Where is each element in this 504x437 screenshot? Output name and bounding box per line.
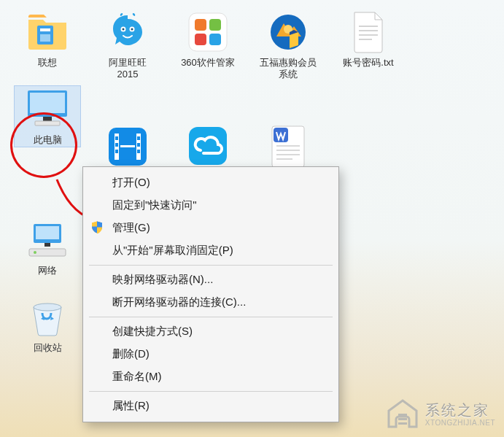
menu-item-properties[interactable]: 属性(R) <box>83 395 338 417</box>
video-app-icon <box>104 123 151 170</box>
svg-rect-8 <box>36 226 59 239</box>
svg-point-11 <box>34 251 36 254</box>
menu-separator <box>89 265 333 266</box>
svg-rect-26 <box>137 150 140 153</box>
svg-rect-47 <box>398 414 407 416</box>
menu-item-unpin-start[interactable]: 从"开始"屏幕取消固定(P) <box>83 239 338 262</box>
360-software-manager-icon <box>185 9 231 55</box>
svg-rect-4 <box>30 93 65 113</box>
shortcut-label: 网络 <box>38 265 57 276</box>
shortcut-network[interactable]: 网络 <box>15 217 80 276</box>
wufu-member-icon <box>265 9 311 55</box>
svg-rect-37 <box>276 145 300 147</box>
shortcut-password-txt[interactable]: 账号密码.txt <box>336 9 401 69</box>
svg-rect-27 <box>120 145 135 147</box>
text-file-icon <box>345 9 392 55</box>
desktop-col-4: 账号密码.txt <box>336 9 401 354</box>
shortcut-label: 联想 <box>38 57 57 69</box>
watermark-title: 系统之家 <box>425 401 495 420</box>
shield-icon <box>90 220 104 236</box>
menu-item-rename[interactable]: 重命名(M) <box>83 366 338 388</box>
svg-rect-40 <box>276 158 292 160</box>
recycle-bin-icon <box>24 294 71 341</box>
network-icon <box>24 217 71 263</box>
svg-rect-42 <box>359 26 378 27</box>
shortcut-label: 阿里旺旺 2015 <box>109 57 147 81</box>
svg-point-12 <box>34 303 61 311</box>
watermark-text: 系统之家 XTONGZHIJIA.NET <box>425 401 495 427</box>
wps-doc-icon <box>265 123 311 170</box>
svg-rect-39 <box>276 154 300 155</box>
svg-rect-29 <box>195 19 206 31</box>
svg-point-15 <box>123 28 125 31</box>
context-menu: 打开(O) 固定到"快速访问" 管理(G) 从"开始"屏幕取消固定(P) 映射网… <box>82 166 339 422</box>
aliwangwang-icon <box>104 9 151 55</box>
watermark: 系统之家 XTONGZHIJIA.NET <box>386 398 495 430</box>
shortcut-label: 360软件管家 <box>181 57 235 69</box>
svg-rect-28 <box>189 13 227 51</box>
menu-item-map-drive[interactable]: 映射网络驱动器(N)... <box>83 268 338 291</box>
svg-rect-46 <box>398 418 407 420</box>
this-pc-icon <box>24 86 71 133</box>
shortcut-label: 账号密码.txt <box>343 57 393 69</box>
svg-rect-30 <box>209 19 221 31</box>
svg-rect-25 <box>137 143 140 147</box>
shortcut-video-app[interactable] <box>95 123 160 170</box>
svg-rect-6 <box>35 121 60 125</box>
menu-item-open[interactable]: 打开(O) <box>83 171 338 194</box>
svg-rect-48 <box>398 422 407 425</box>
svg-rect-24 <box>137 136 140 140</box>
svg-rect-31 <box>195 34 206 45</box>
svg-rect-38 <box>276 150 300 151</box>
shortcut-label: 此电脑 <box>34 134 62 146</box>
menu-item-label: 管理(G) <box>112 221 150 233</box>
svg-rect-45 <box>359 39 372 40</box>
svg-rect-9 <box>44 243 50 247</box>
shortcut-wps-doc[interactable] <box>255 123 321 170</box>
menu-item-pin-quick-access[interactable]: 固定到"快速访问" <box>83 194 338 217</box>
svg-rect-21 <box>115 136 118 140</box>
watermark-url: XTONGZHIJIA.NET <box>425 419 495 427</box>
shortcut-label: 五福惠购会员 系统 <box>260 57 317 81</box>
desktop-col-0: 联想 此电脑 <box>15 9 80 354</box>
menu-item-delete[interactable]: 删除(D) <box>83 343 338 366</box>
svg-rect-5 <box>43 117 52 121</box>
shortcut-label: 回收站 <box>34 342 62 354</box>
menu-item-create-shortcut[interactable]: 创建快捷方式(S) <box>83 320 338 343</box>
svg-rect-43 <box>359 30 378 31</box>
menu-separator <box>89 391 333 392</box>
svg-rect-22 <box>115 143 118 147</box>
shortcut-recycle-bin[interactable]: 回收站 <box>15 294 80 354</box>
svg-rect-23 <box>115 150 118 153</box>
shortcut-wufu-member[interactable]: 五福惠购会员 系统 <box>255 9 321 81</box>
shortcut-360-software-manager[interactable]: 360软件管家 <box>175 9 241 69</box>
shortcut-this-pc[interactable]: 此电脑 <box>15 86 80 146</box>
cloud-app-icon <box>185 123 231 169</box>
shortcut-cloud-app[interactable] <box>175 123 241 169</box>
folder-icon <box>24 9 71 55</box>
shortcut-lenovo[interactable]: 联想 <box>15 9 80 69</box>
menu-item-manage[interactable]: 管理(G) <box>83 217 338 239</box>
shortcut-aliwangwang[interactable]: 阿里旺旺 2015 <box>95 9 160 81</box>
watermark-house-icon <box>386 398 419 430</box>
svg-rect-1 <box>40 28 50 31</box>
svg-rect-32 <box>209 34 221 45</box>
svg-rect-2 <box>40 34 50 42</box>
svg-rect-44 <box>359 34 378 36</box>
menu-separator <box>89 317 333 317</box>
svg-point-16 <box>131 28 133 31</box>
menu-item-disconnect-drive[interactable]: 断开网络驱动器的连接(C)... <box>83 291 338 314</box>
